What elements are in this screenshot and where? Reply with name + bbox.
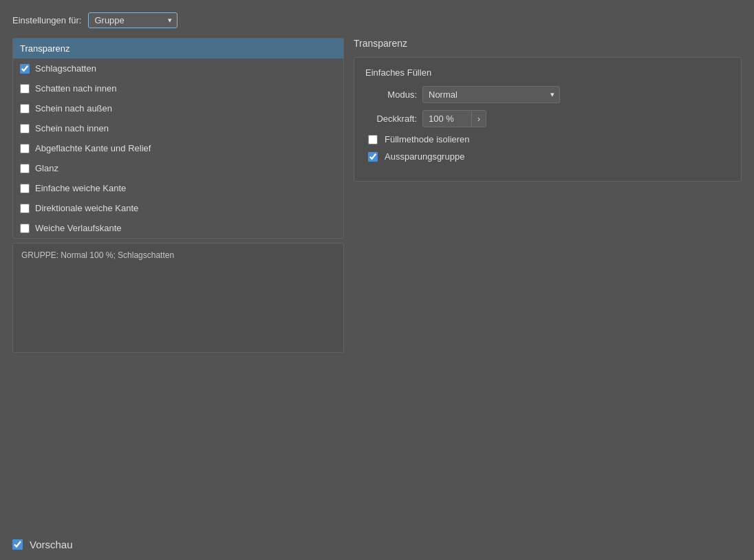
direktionale-weiche-kante-label: Direktionale weiche Kante [35,203,138,213]
weiche-verlaufskante-label: Weiche Verlaufskante [35,223,122,233]
schein-nach-aussen-checkbox[interactable] [20,104,30,114]
vorschau-label[interactable]: Vorschau [30,539,73,550]
effects-list-item-schein-nach-innen[interactable]: Schein nach innen [13,118,343,138]
fuellmethode-row: Füllmethode isolieren [365,134,730,144]
transparenz-label: Transparenz [20,43,70,54]
aussparungsgruppe-checkbox[interactable] [368,152,378,162]
einfache-weiche-kante-checkbox[interactable] [20,184,30,193]
effects-list-item-schein-nach-aussen[interactable]: Schein nach außen [13,98,343,118]
right-panel-title: Transparenz [354,38,742,49]
einfaches-box: Einfaches Füllen Modus: Normal Multipliz… [354,57,742,182]
vorschau-checkbox[interactable] [12,539,23,550]
summary-box: GRUPPE: Normal 100 %; Schlagschatten [12,243,344,353]
deckkraft-arrow-button[interactable]: › [471,111,486,127]
schatten-nach-innen-checkbox[interactable] [20,84,30,94]
effects-list-item-schlagschatten[interactable]: Schlagschatten [13,58,343,78]
fuellmethode-checkbox[interactable] [368,135,378,144]
direktionale-weiche-kante-checkbox[interactable] [20,204,30,213]
deckkraft-label: Deckkraft: [365,114,417,124]
gruppe-dropdown-wrapper: Gruppe Ebene Dokument [88,12,177,28]
effects-list: Transparenz Schlagschatten Schatten nach… [12,38,344,239]
schein-nach-aussen-label: Schein nach außen [35,103,112,114]
right-panel: Transparenz Einfaches Füllen Modus: Norm… [354,38,742,529]
schatten-nach-innen-label: Schatten nach innen [35,83,117,94]
weiche-verlaufskante-checkbox[interactable] [20,224,30,233]
modus-dropdown-wrapper: Normal Multiplizieren Bildschirm Überlag… [422,86,560,103]
abgeflachte-kante-checkbox[interactable] [20,144,30,153]
settings-for-label: Einstellungen für: [12,15,81,25]
einfache-weiche-kante-label: Einfache weiche Kante [35,183,126,193]
effects-list-item-schatten-nach-innen[interactable]: Schatten nach innen [13,78,343,98]
modus-label: Modus: [365,89,417,100]
summary-text: GRUPPE: Normal 100 %; Schlagschatten [21,250,174,260]
effects-list-item-einfache-weiche-kante[interactable]: Einfache weiche Kante [13,178,343,198]
deckkraft-row: Deckkraft: › [365,110,730,127]
left-panel: Transparenz Schlagschatten Schatten nach… [12,38,344,529]
einfaches-section-title: Einfaches Füllen [365,67,730,78]
glanz-label: Glanz [35,163,58,173]
opacity-input-wrapper: › [422,110,486,127]
modus-dropdown[interactable]: Normal Multiplizieren Bildschirm Überlag… [422,86,560,103]
deckkraft-input[interactable] [423,111,471,127]
abgeflachte-kante-label: Abgeflachte Kante und Relief [35,143,151,153]
modus-row: Modus: Normal Multiplizieren Bildschirm … [365,86,730,103]
aussparungsgruppe-row: Aussparungsgruppe [365,151,730,162]
bottom-row: Vorschau [12,529,742,560]
glanz-checkbox[interactable] [20,164,30,173]
schein-nach-innen-label: Schein nach innen [35,123,109,133]
effects-list-item-glanz[interactable]: Glanz [13,158,343,178]
schlagschatten-label: Schlagschatten [35,63,96,74]
gruppe-dropdown[interactable]: Gruppe Ebene Dokument [88,12,177,28]
schlagschatten-checkbox[interactable] [20,64,30,74]
schein-nach-innen-checkbox[interactable] [20,124,30,133]
fuellmethode-label[interactable]: Füllmethode isolieren [385,134,470,144]
aussparungsgruppe-label[interactable]: Aussparungsgruppe [385,151,464,162]
effects-list-item-abgeflachte-kante[interactable]: Abgeflachte Kante und Relief [13,138,343,158]
effects-list-item-direktionale-weiche-kante[interactable]: Direktionale weiche Kante [13,198,343,218]
effects-list-item-transparenz[interactable]: Transparenz [13,39,343,58]
effects-list-item-weiche-verlaufskante[interactable]: Weiche Verlaufskante [13,218,343,238]
